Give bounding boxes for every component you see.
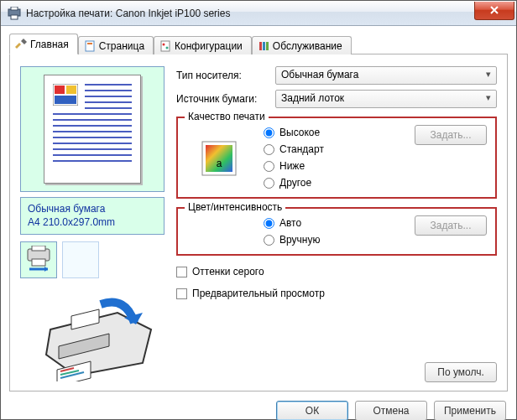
quality-high[interactable]: Высокое bbox=[264, 127, 403, 138]
left-pane: Обычная бумага A4 210.0x297.0mm bbox=[20, 66, 164, 382]
tab-config[interactable]: Конфигурации bbox=[154, 36, 252, 54]
printer-feed-icon[interactable] bbox=[20, 241, 57, 278]
icon-row bbox=[20, 241, 164, 278]
tab-page[interactable]: Страница bbox=[78, 36, 154, 54]
quality-legend: Качество печати bbox=[185, 111, 269, 122]
svg-rect-2 bbox=[11, 15, 18, 19]
ok-button[interactable]: ОК bbox=[276, 401, 348, 420]
window-title: Настройка печати: Canon Inkjet iP100 ser… bbox=[26, 8, 474, 19]
color-set-button[interactable]: Задать... bbox=[415, 215, 487, 236]
tab-page-label: Страница bbox=[99, 40, 144, 52]
svg-rect-4 bbox=[87, 43, 92, 44]
apply-button[interactable]: Применить bbox=[434, 401, 506, 420]
svg-rect-16 bbox=[32, 246, 45, 251]
svg-rect-3 bbox=[86, 41, 94, 51]
tools-icon bbox=[15, 39, 27, 50]
svg-rect-10 bbox=[266, 42, 269, 50]
quality-low[interactable]: Ниже bbox=[264, 160, 403, 172]
svg-rect-5 bbox=[161, 41, 170, 51]
preview-check[interactable]: Предварительный просмотр bbox=[176, 288, 497, 299]
svg-rect-14 bbox=[55, 96, 76, 104]
preview-media: Обычная бумага bbox=[28, 203, 157, 216]
media-row: Тип носителя: Обычная бумага bbox=[176, 66, 497, 85]
close-button[interactable] bbox=[474, 2, 514, 20]
color-group: Цвет/интенсивность Авто Вручную Задать..… bbox=[176, 207, 497, 256]
print-settings-window: Настройка печати: Canon Inkjet iP100 ser… bbox=[0, 0, 517, 420]
svg-rect-13 bbox=[66, 86, 76, 94]
config-icon bbox=[159, 40, 171, 52]
preview-info: Обычная бумага A4 210.0x297.0mm bbox=[20, 197, 164, 235]
blank-tile[interactable] bbox=[62, 241, 99, 278]
svg-rect-1 bbox=[11, 7, 18, 10]
checkbox-icon bbox=[176, 267, 187, 277]
preview-size: A4 210.0x297.0mm bbox=[28, 216, 157, 230]
quality-custom[interactable]: Другое bbox=[264, 177, 403, 189]
tab-config-label: Конфигурации bbox=[175, 40, 243, 52]
client-area: Главная Страница Конфигурации Обслуживан… bbox=[1, 26, 516, 419]
source-select[interactable]: Задний лоток bbox=[275, 90, 497, 108]
media-label: Тип носителя: bbox=[176, 70, 269, 81]
grayscale-check[interactable]: Оттенки серого bbox=[176, 266, 497, 277]
color-auto[interactable]: Авто bbox=[264, 217, 403, 229]
titlebar: Настройка печати: Canon Inkjet iP100 ser… bbox=[1, 1, 516, 26]
color-thumb-icon bbox=[53, 84, 78, 106]
cancel-button[interactable]: Отмена bbox=[355, 401, 427, 420]
defaults-button[interactable]: По умолч. bbox=[425, 362, 497, 382]
tab-maint[interactable]: Обслуживание bbox=[252, 36, 352, 54]
right-pane: Тип носителя: Обычная бумага Источник бу… bbox=[176, 66, 497, 382]
page-icon bbox=[84, 40, 96, 52]
svg-point-6 bbox=[163, 43, 165, 45]
quality-set-button[interactable]: Задать... bbox=[415, 125, 487, 145]
svg-rect-17 bbox=[32, 259, 45, 266]
printer-illustration bbox=[20, 287, 164, 382]
maint-icon bbox=[258, 40, 269, 52]
svg-text:a: a bbox=[217, 158, 222, 169]
dialog-footer: ОК Отмена Применить bbox=[9, 391, 508, 420]
tab-main-label: Главная bbox=[30, 39, 69, 50]
source-label: Источник бумаги: bbox=[176, 93, 269, 105]
tab-maint-label: Обслуживание bbox=[273, 40, 342, 52]
page-preview bbox=[20, 66, 164, 192]
svg-rect-9 bbox=[263, 42, 265, 50]
color-legend: Цвет/интенсивность bbox=[185, 201, 285, 213]
tab-main[interactable]: Главная bbox=[9, 34, 78, 54]
color-manual[interactable]: Вручную bbox=[264, 234, 403, 246]
source-row: Источник бумаги: Задний лоток bbox=[176, 90, 497, 108]
checkbox-icon bbox=[176, 288, 187, 299]
quality-options: Высокое Стандарт Ниже Другое bbox=[264, 125, 403, 189]
media-select[interactable]: Обычная бумага bbox=[275, 66, 497, 85]
svg-point-7 bbox=[166, 46, 169, 49]
quality-sample-icon: a bbox=[186, 125, 252, 177]
tabstrip: Главная Страница Конфигурации Обслуживан… bbox=[9, 33, 508, 54]
color-options: Авто Вручную bbox=[264, 215, 403, 246]
quality-standard[interactable]: Стандарт bbox=[264, 143, 403, 155]
quality-group: Качество печати a Высокое Стандарт bbox=[176, 117, 497, 199]
tab-content: Обычная бумага A4 210.0x297.0mm bbox=[9, 54, 508, 391]
app-icon bbox=[8, 7, 21, 20]
svg-rect-8 bbox=[259, 42, 262, 50]
svg-rect-12 bbox=[55, 86, 65, 94]
page-sample bbox=[44, 75, 141, 184]
